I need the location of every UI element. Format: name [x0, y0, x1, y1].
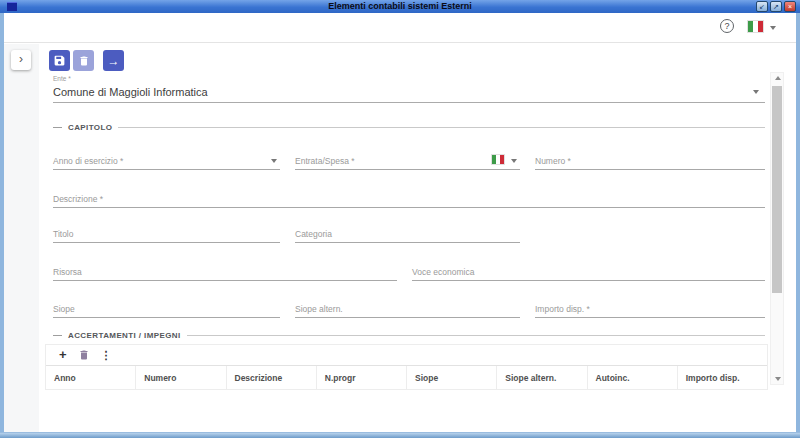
vertical-scrollbar[interactable] [770, 72, 784, 385]
ente-value: Comune di Maggioli Informatica [53, 86, 208, 98]
column-header-descrizione[interactable]: Descrizione [227, 366, 317, 389]
column-header-anno[interactable]: Anno [46, 366, 136, 389]
add-row-button[interactable]: + [59, 348, 67, 362]
column-header-siope[interactable]: Siope [407, 366, 497, 389]
field-anno-di-esercizio[interactable]: Anno di esercizio * [53, 150, 280, 170]
minimize-button[interactable]: ↙ [756, 1, 768, 12]
app-window: Elementi contabili sistemi Esterni ↙ ↗ ×… [0, 0, 800, 438]
field-risorsa[interactable]: Risorsa [53, 261, 397, 281]
field-siope[interactable]: Siope [53, 298, 280, 318]
column-header-nprogr[interactable]: N.progr [317, 366, 407, 389]
column-header-importo-disp[interactable]: Importo disp. [678, 366, 767, 389]
ente-select[interactable]: Ente * Comune di Maggioli Informatica [53, 73, 765, 103]
entrata-spesa-caret-icon [511, 159, 517, 163]
window-body: ? › → Ente * Comune di Maggioli Informat… [4, 13, 796, 432]
floppy-disk-icon [53, 54, 66, 67]
sidebar: › [4, 44, 39, 432]
save-button[interactable] [49, 50, 70, 71]
accertamenti-section-title: ACCERTAMENTI / IMPEGNI [68, 331, 181, 340]
scroll-down-icon[interactable] [775, 377, 781, 381]
window-title: Elementi contabili sistemi Esterni [0, 0, 800, 13]
window-titlebar[interactable]: Elementi contabili sistemi Esterni ↙ ↗ × [0, 0, 800, 13]
sidebar-expand-button[interactable]: › [11, 50, 31, 70]
field-voce-economica[interactable]: Voce economica [412, 261, 765, 281]
arrow-right-icon: → [108, 54, 120, 68]
grid-header-row: Anno Numero Descrizione N.progr Siope Si… [46, 365, 767, 389]
language-caret-icon[interactable] [770, 26, 776, 30]
column-header-numero[interactable]: Numero [136, 366, 226, 389]
field-siope-altern[interactable]: Siope altern. [295, 298, 520, 318]
column-header-siope-altern[interactable]: Siope altern. [497, 366, 587, 389]
capitolo-section-header: CAPITOLO [53, 123, 765, 132]
field-importo-disp[interactable]: Importo disp. * [535, 298, 765, 318]
accertamenti-grid: + ⋮ Anno Numero Descrizione N.progr Siop… [45, 344, 768, 390]
field-numero[interactable]: Numero * [535, 150, 765, 170]
trash-icon [78, 55, 90, 67]
scroll-up-icon[interactable] [775, 76, 781, 80]
ente-label: Ente * [53, 75, 71, 82]
field-titolo[interactable]: Titolo [53, 223, 280, 243]
capitolo-section-title: CAPITOLO [68, 123, 112, 132]
ente-caret-icon [753, 90, 759, 94]
scrollbar-thumb[interactable] [772, 86, 782, 293]
delete-button[interactable] [73, 50, 94, 71]
column-header-autoinc[interactable]: Autoinc. [588, 366, 678, 389]
window-bottom-border [0, 432, 800, 438]
grid-toolbar: + ⋮ [46, 345, 767, 365]
field-entrata-spesa[interactable]: Entrata/Spesa * [295, 150, 520, 170]
proceed-button[interactable]: → [103, 50, 124, 71]
window-controls: ↙ ↗ × [756, 1, 796, 12]
field-categoria[interactable]: Categoria [295, 223, 520, 243]
delete-row-button[interactable] [78, 349, 90, 362]
help-icon[interactable]: ? [720, 19, 734, 33]
maximize-button[interactable]: ↗ [770, 1, 782, 12]
accertamenti-section-header: ACCERTAMENTI / IMPEGNI [53, 331, 765, 340]
anno-caret-icon [271, 159, 277, 163]
entrata-spesa-flag-icon [492, 155, 504, 164]
close-button[interactable]: × [784, 1, 796, 12]
more-options-button[interactable]: ⋮ [101, 349, 112, 362]
italian-flag-icon[interactable] [748, 21, 763, 32]
app-header: ? [4, 13, 796, 43]
field-descrizione[interactable]: Descrizione * [53, 188, 765, 208]
